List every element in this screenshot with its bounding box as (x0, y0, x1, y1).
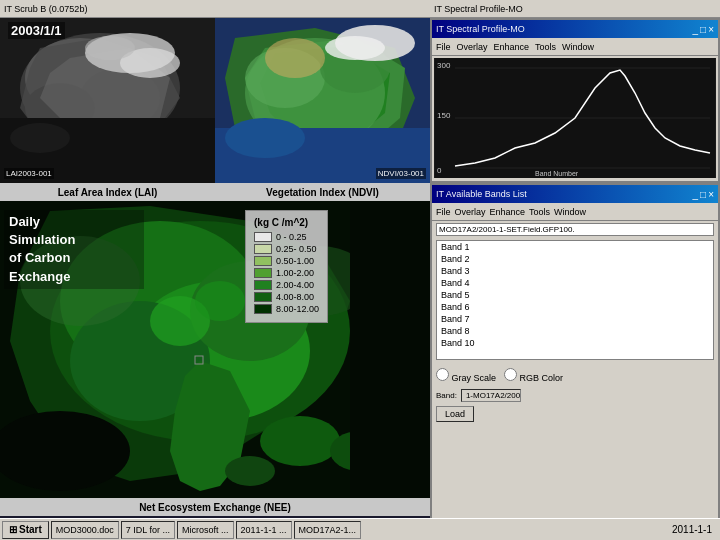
ndvi-caption: Vegetation Index (NDVI) (215, 187, 430, 198)
band-list-maximize[interactable]: □ (700, 189, 706, 200)
legend-item-3: 0.50-1.00 (254, 256, 319, 266)
band-item-7[interactable]: Band 7 (437, 313, 713, 325)
rgb-color-radio[interactable] (504, 368, 517, 381)
band-menu-enhance[interactable]: Enhance (490, 207, 526, 217)
band-list-titlebar[interactable]: IT Available Bands List _ □ × (432, 185, 718, 203)
spectral-menu: File Overlay Enhance Tools Window (432, 38, 718, 56)
spectral-close[interactable]: × (708, 24, 714, 35)
legend-item-4: 1.00-2.00 (254, 268, 319, 278)
legend: (kg C /m^2) 0 - 0.25 0.25- 0.50 0.50-1.0… (245, 210, 328, 323)
start-icon: ⊞ (9, 524, 17, 535)
band-item-8[interactable]: Band 8 (437, 325, 713, 337)
taskbar-btn-5[interactable]: MOD17A2-1... (294, 521, 362, 539)
band-dropdown[interactable]: Band 1 Band 2 Band 3 Band 4 Band 5 Band … (436, 240, 714, 360)
svg-point-20 (225, 118, 305, 158)
band-action-buttons: Load (436, 406, 714, 422)
legend-color-7 (254, 304, 272, 314)
band-item-4[interactable]: Band 4 (437, 277, 713, 289)
svg-point-32 (260, 416, 340, 466)
band-list-panel[interactable]: IT Available Bands List _ □ × File Overl… (430, 183, 720, 523)
band-menu-tools[interactable]: Tools (529, 207, 550, 217)
ndvi-image-label: NDVI/03-001 (376, 168, 426, 179)
band-list-close[interactable]: × (708, 189, 714, 200)
band-menu-window[interactable]: Window (554, 207, 586, 217)
spectral-profile-titlebar[interactable]: IT Spectral Profile-MO _ □ × (432, 20, 718, 38)
lai-image-label: LAI2003-001 (4, 168, 54, 179)
taskbar-time: 2011-1-1 (666, 524, 718, 535)
spectral-menu-enhance[interactable]: Enhance (494, 42, 530, 52)
spectral-graph: 300 150 0 Band Number (434, 58, 716, 178)
band-item-6[interactable]: Band 6 (437, 301, 713, 313)
load-button[interactable]: Load (436, 406, 474, 422)
band-item-10[interactable]: Band 10 (437, 337, 713, 349)
band-item-3[interactable]: Band 3 (437, 265, 713, 277)
legend-color-3 (254, 256, 272, 266)
legend-color-1 (254, 232, 272, 242)
svg-rect-37 (350, 201, 430, 498)
spectral-menu-tools[interactable]: Tools (535, 42, 556, 52)
legend-item-5: 2.00-4.00 (254, 280, 319, 290)
svg-point-23 (265, 38, 325, 78)
ndvi-svg (215, 18, 430, 183)
spectral-menu-file[interactable]: File (436, 42, 451, 52)
legend-color-6 (254, 292, 272, 302)
band-options: Gray Scale RGB Color (432, 364, 718, 387)
svg-text:Band Number: Band Number (535, 170, 579, 177)
svg-point-22 (325, 36, 385, 60)
legend-color-5 (254, 280, 272, 290)
band-menu-file[interactable]: File (436, 207, 451, 217)
selected-band-display: 1-MO17A2/2001... (461, 389, 521, 402)
legend-color-2 (254, 244, 272, 254)
band-dataset-path: MOD17A2/2001-1-SET.Field.GFP100. (436, 223, 714, 236)
lai-svg (0, 18, 215, 183)
taskbar-btn-3[interactable]: Microsoft ... (177, 521, 234, 539)
gray-scale-label[interactable]: Gray Scale (436, 368, 496, 383)
date-label: 2003/1/1 (8, 22, 65, 39)
right-toolbar-title: IT Spectral Profile-MO (434, 4, 523, 14)
legend-item-6: 4.00-8.00 (254, 292, 319, 302)
band-item-5[interactable]: Band 5 (437, 289, 713, 301)
legend-title: (kg C /m^2) (254, 217, 319, 228)
svg-point-11 (10, 123, 70, 153)
legend-item-1: 0 - 0.25 (254, 232, 319, 242)
right-toolbar: IT Spectral Profile-MO (430, 0, 720, 18)
taskbar-btn-1[interactable]: MOD3000.doc (51, 521, 119, 539)
svg-text:300: 300 (437, 61, 451, 70)
lai-image: LAI2003-001 (0, 18, 215, 183)
band-item-2[interactable]: Band 2 (437, 253, 713, 265)
svg-text:0: 0 (437, 166, 442, 175)
legend-color-4 (254, 268, 272, 278)
lai-caption: Leaf Area Index (LAI) (0, 187, 215, 198)
spectral-maximize[interactable]: □ (700, 24, 706, 35)
gray-scale-radio[interactable] (436, 368, 449, 381)
spectral-chart-svg: 300 150 0 Band Number (434, 58, 716, 178)
band-item-1[interactable]: Band 1 (437, 241, 713, 253)
start-button[interactable]: ⊞ Start (2, 521, 49, 539)
legend-item-2: 0.25- 0.50 (254, 244, 319, 254)
nee-caption: Net Ecosystem Exchange (NEE) (0, 498, 430, 516)
svg-point-9 (85, 36, 135, 60)
band-list-menu: File Overlay Enhance Tools Window (432, 203, 718, 221)
svg-point-40 (195, 281, 245, 321)
band-list-minimize[interactable]: _ (693, 189, 699, 200)
spectral-minimize[interactable]: _ (693, 24, 699, 35)
taskbar-btn-4[interactable]: 2011-1-1 ... (236, 521, 292, 539)
spectral-title: IT Spectral Profile-MO (436, 24, 693, 34)
daily-simulation-label: Daily Simulation of Carbon Exchange (4, 210, 144, 289)
rgb-color-label[interactable]: RGB Color (504, 368, 563, 383)
left-toolbar: IT Scrub B (0.0752b) (0, 0, 430, 18)
band-list-title: IT Available Bands List (436, 189, 693, 199)
ndvi-image: NDVI/03-001 (215, 18, 430, 183)
spectral-profile-panel[interactable]: IT Spectral Profile-MO _ □ × File Overla… (430, 18, 720, 183)
spectral-menu-overlay[interactable]: Overlay (457, 42, 488, 52)
band-menu-overlay[interactable]: Overlay (455, 207, 486, 217)
spectral-menu-window[interactable]: Window (562, 42, 594, 52)
band-selected-row: Band: 1-MO17A2/2001... (436, 389, 714, 402)
taskbar-btn-2[interactable]: 7 IDL for ... (121, 521, 175, 539)
image-captions: Leaf Area Index (LAI) Vegetation Index (… (0, 183, 430, 201)
legend-item-7: 8.00-12.00 (254, 304, 319, 314)
svg-point-34 (225, 456, 275, 486)
taskbar: ⊞ Start MOD3000.doc 7 IDL for ... Micros… (0, 518, 720, 540)
left-toolbar-title: IT Scrub B (0.0752b) (4, 4, 87, 14)
svg-text:150: 150 (437, 111, 451, 120)
